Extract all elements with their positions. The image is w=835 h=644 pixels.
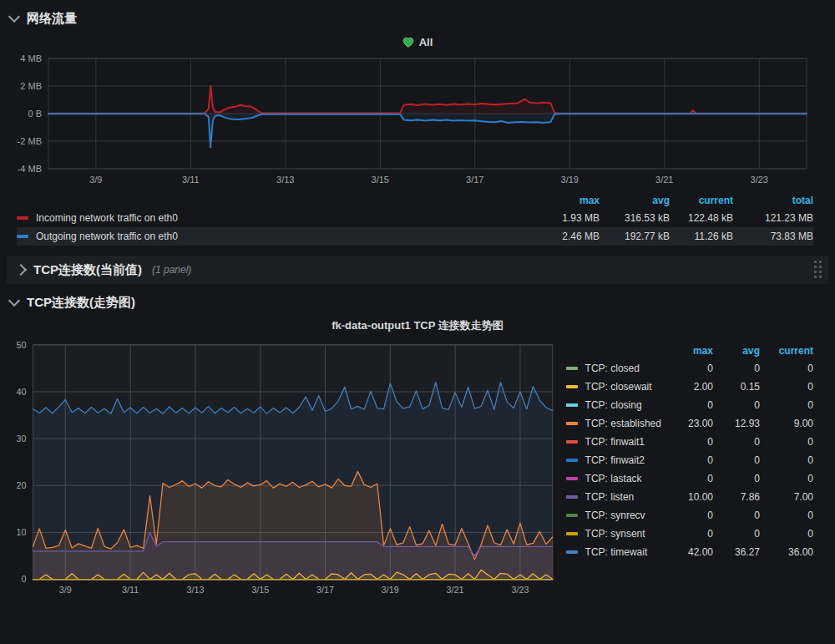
section-title-tcp-current: TCP连接数(当前值) xyxy=(33,262,142,278)
svg-text:-4 MB: -4 MB xyxy=(18,164,42,174)
series-label[interactable]: Outgoing network traffic on eth0 xyxy=(36,231,526,242)
legend-value: 1.93 MB xyxy=(526,212,600,224)
legend-value: 42.00 xyxy=(661,546,713,558)
series-label[interactable]: TCP: finwait1 xyxy=(585,436,661,448)
series-color-swatch[interactable] xyxy=(566,440,578,444)
legend-value: 0 xyxy=(713,363,760,374)
series-label[interactable]: Incoming network traffic on eth0 xyxy=(36,212,526,224)
series-label[interactable]: TCP: closewait xyxy=(585,381,661,393)
row-header-tcp-current[interactable]: TCP连接数(当前值) (1 panel) xyxy=(7,256,828,284)
series-color-swatch[interactable] xyxy=(566,550,578,554)
svg-text:3/19: 3/19 xyxy=(382,585,399,595)
legend-value: 0 xyxy=(760,363,813,374)
svg-text:50: 50 xyxy=(17,340,27,350)
series-color-swatch[interactable] xyxy=(566,459,578,462)
series-color-swatch[interactable] xyxy=(566,514,578,517)
legend-row: TCP: finwait2000 xyxy=(566,451,813,469)
series-label[interactable]: TCP: finwait2 xyxy=(585,454,661,466)
legend-row: TCP: closed000 xyxy=(566,359,813,378)
svg-text:2 MB: 2 MB xyxy=(20,81,42,91)
svg-text:20: 20 xyxy=(17,480,27,490)
legend-value: 0 xyxy=(661,363,713,374)
series-label[interactable]: TCP: established xyxy=(585,418,661,429)
legend-value: 9.00 xyxy=(760,418,813,429)
series-color-swatch[interactable] xyxy=(566,367,578,370)
svg-text:3/15: 3/15 xyxy=(251,585,269,595)
legend-value: 0 xyxy=(760,381,813,393)
panel-title-text: All xyxy=(419,36,433,48)
series-color-swatch[interactable] xyxy=(566,477,578,480)
legend-value: 0 xyxy=(713,528,760,540)
legend-col-avg[interactable]: avg xyxy=(713,345,760,357)
legend-value: 316.53 kB xyxy=(600,212,670,224)
grafana-dashboard: 网络流量 All -4 MB-2 MB0 B2 MB4 MB3/93/113/1… xyxy=(0,0,835,616)
legend-value: 0 xyxy=(713,454,760,466)
legend-col-avg[interactable]: avg xyxy=(600,195,670,206)
legend-value: 0 xyxy=(661,436,713,448)
series-color-swatch[interactable] xyxy=(17,216,28,220)
svg-text:3/9: 3/9 xyxy=(89,175,102,185)
legend-value: 0 xyxy=(713,436,760,448)
legend-row: TCP: timewait42.0036.2736.00 xyxy=(566,543,813,561)
row-header-network[interactable]: 网络流量 xyxy=(7,5,828,32)
green-heart-icon xyxy=(402,37,414,48)
series-color-swatch[interactable] xyxy=(566,385,578,388)
series-color-swatch[interactable] xyxy=(566,532,578,535)
series-label[interactable]: TCP: closed xyxy=(585,363,661,374)
legend-col-max[interactable]: max xyxy=(526,195,600,206)
legend-row: TCP: closewait2.000.150 xyxy=(566,378,813,396)
legend-col-max[interactable]: max xyxy=(661,345,713,357)
svg-text:30: 30 xyxy=(17,434,27,444)
series-color-swatch[interactable] xyxy=(17,235,28,238)
legend-value: 0 xyxy=(760,510,813,521)
legend-value: 0 xyxy=(661,454,713,466)
svg-text:3/17: 3/17 xyxy=(316,585,334,595)
series-color-swatch[interactable] xyxy=(566,403,578,407)
series-label[interactable]: TCP: lastack xyxy=(585,473,661,484)
network-panel-title[interactable]: All xyxy=(7,32,828,52)
svg-text:0 B: 0 B xyxy=(28,109,42,119)
tcp-trend-panel-title[interactable]: fk-data-output1 TCP 连接数走势图 xyxy=(7,316,828,336)
tcp-trend-body: 010203040503/93/113/133/153/173/193/213/… xyxy=(7,336,828,605)
legend-value: 0 xyxy=(661,510,713,521)
svg-text:40: 40 xyxy=(17,387,27,397)
svg-text:3/11: 3/11 xyxy=(122,585,139,595)
legend-value: 0 xyxy=(661,399,713,411)
legend-row: TCP: closing000 xyxy=(566,396,813,414)
legend-value: 192.77 kB xyxy=(600,231,670,242)
network-traffic-panel: All -4 MB-2 MB0 B2 MB4 MB3/93/113/133/15… xyxy=(7,32,828,249)
chevron-down-icon xyxy=(8,11,20,23)
legend-value: 73.83 MB xyxy=(733,231,813,242)
series-label[interactable]: TCP: closing xyxy=(585,399,661,411)
svg-text:3/15: 3/15 xyxy=(372,175,389,185)
legend-row: TCP: synsent000 xyxy=(566,525,813,543)
legend-col-current[interactable]: current xyxy=(760,345,813,357)
legend-row: TCP: lastack000 xyxy=(566,469,813,488)
series-label[interactable]: TCP: timewait xyxy=(585,546,661,558)
row-header-tcp-trend[interactable]: TCP连接数(走势图) xyxy=(7,289,828,316)
series-label[interactable]: TCP: listen xyxy=(585,491,661,503)
series-label[interactable]: TCP: synsent xyxy=(585,528,661,540)
legend-value: 2.46 MB xyxy=(526,231,600,242)
legend-value: 0 xyxy=(760,473,813,484)
row-drag-handle-icon[interactable] xyxy=(813,260,823,280)
svg-text:3/21: 3/21 xyxy=(655,175,673,185)
series-label[interactable]: TCP: synrecv xyxy=(585,510,661,521)
svg-text:0: 0 xyxy=(22,574,27,584)
series-color-swatch[interactable] xyxy=(566,495,578,499)
chevron-right-icon xyxy=(15,264,27,276)
legend-row: TCP: synrecv000 xyxy=(566,506,813,525)
tcp-trend-panel: fk-data-output1 TCP 连接数走势图 010203040503/… xyxy=(7,316,828,605)
tcp-connections-chart[interactable]: 010203040503/93/113/133/153/173/193/213/… xyxy=(8,336,563,605)
section-title-tcp-trend: TCP连接数(走势图) xyxy=(27,295,135,311)
legend-row: TCP: finwait1000 xyxy=(566,433,813,451)
svg-text:3/9: 3/9 xyxy=(59,585,72,595)
legend-col-current[interactable]: current xyxy=(670,195,733,206)
legend-value: 0 xyxy=(661,528,713,540)
legend-value: 7.86 xyxy=(713,491,760,503)
series-color-swatch[interactable] xyxy=(566,422,578,425)
svg-text:-2 MB: -2 MB xyxy=(18,136,42,146)
chevron-down-icon xyxy=(8,295,20,307)
legend-col-total[interactable]: total xyxy=(733,195,813,206)
network-traffic-chart[interactable]: -4 MB-2 MB0 B2 MB4 MB3/93/113/133/153/17… xyxy=(7,52,828,187)
